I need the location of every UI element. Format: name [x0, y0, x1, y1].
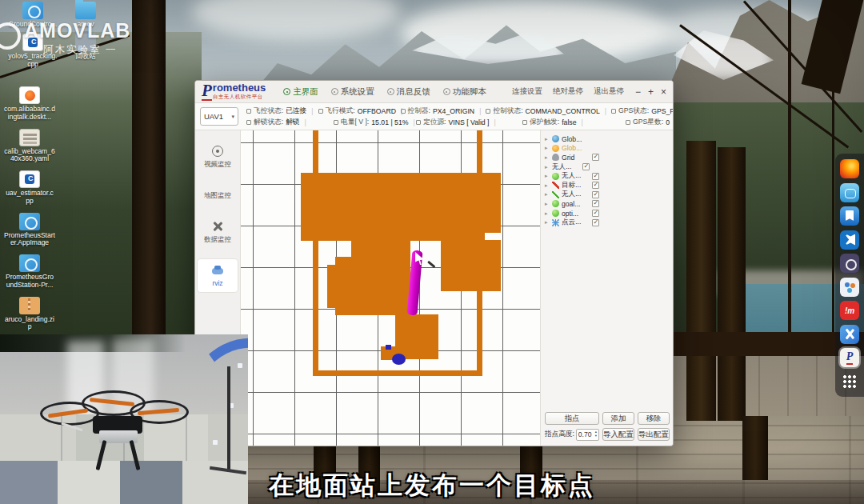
point-button[interactable]: 指点 — [545, 412, 599, 425]
spinner-arrows-icon[interactable]: ▴▾ — [595, 430, 597, 438]
sidebar-item[interactable]: 数据监控 — [198, 215, 238, 250]
maximize-button[interactable]: + — [648, 87, 654, 97]
point-height-spinner[interactable]: 0.70 ▴▾ — [576, 429, 599, 441]
display-checkbox[interactable] — [592, 219, 599, 226]
panel-actions: 指点 添加 移除 指点高度: 0.70 ▴▾ 导入配置 导出配置 — [545, 412, 670, 441]
sidebar-item-icon — [211, 220, 224, 233]
status-field: GPS星数: 0 — [626, 118, 670, 127]
sidebar-item[interactable]: 地图监控 — [198, 184, 238, 206]
sidebar-item-icon — [211, 145, 224, 158]
menu-item[interactable]: 功能脚本 — [443, 86, 486, 98]
display-checkbox[interactable] — [592, 173, 599, 180]
uav-select[interactable]: UAV1 ▾ — [200, 107, 238, 126]
display-checkbox[interactable] — [592, 191, 599, 198]
obstacle-block — [301, 173, 501, 241]
display-row[interactable]: 无人... — [545, 171, 669, 181]
display-row[interactable]: 点云... — [545, 218, 669, 227]
status-label: 定位源: — [423, 118, 446, 127]
landing-leg — [95, 440, 106, 470]
status-field: 解锁状态: 解锁 — [246, 118, 334, 127]
desktop-icon-label: PrometheusStarter.AppImage — [4, 232, 55, 248]
import-config-button[interactable]: 导入配置 — [602, 428, 634, 441]
sidebar-item[interactable]: rviz — [198, 259, 238, 292]
status-label: 电量[ V ]: — [341, 118, 369, 127]
status-icon — [522, 120, 527, 125]
display-checkbox[interactable] — [592, 210, 599, 217]
dock-icon[interactable] — [840, 325, 859, 344]
point-height-field: 指点高度: 0.70 ▴▾ — [545, 428, 599, 441]
display-row[interactable]: Grid — [545, 153, 669, 162]
menu-item-icon — [443, 88, 450, 95]
display-row[interactable]: 目标... — [545, 181, 669, 190]
status-field: 飞控状态: 已连接 — [246, 106, 318, 116]
obstacle-block — [441, 241, 501, 291]
prometheus-window: P rometheus 自主无人机软件平台 主界面 系统设置 消息反馈 功 — [194, 80, 674, 446]
dock-icon[interactable]: P — [840, 348, 859, 367]
desktop-icon[interactable]: uav_estimator.cpp — [3, 170, 56, 206]
desktop-icon[interactable]: com.alibabainc.dingtalk.deskt... — [3, 86, 56, 122]
point-height-value: 0.70 — [578, 430, 592, 438]
menu-item[interactable]: 消息反馈 — [387, 86, 430, 98]
dock-icon-glyph: P — [846, 350, 854, 365]
export-config-button[interactable]: 导出配置 — [638, 428, 670, 441]
dock-icon-glyph: !m — [845, 306, 854, 315]
dock-icon[interactable] — [840, 278, 859, 297]
logo-p-glyph: P — [202, 82, 212, 101]
menu-item[interactable]: 系统设置 — [331, 86, 374, 98]
desktop-icon-label: aruco_landing.zip — [4, 316, 55, 332]
dock-icon[interactable] — [840, 254, 859, 273]
dock-icon[interactable]: !m — [840, 301, 859, 320]
status-field: GPS状态: GPS_FIX_TYPE_NO_GPS — [611, 106, 674, 116]
dock-icon[interactable] — [840, 230, 859, 250]
add-button[interactable]: 添加 — [602, 412, 634, 425]
menu-item[interactable]: 主界面 — [283, 86, 318, 98]
status-value: 0 — [666, 118, 670, 126]
minimize-button[interactable]: − — [635, 87, 641, 97]
display-label: Grid — [562, 154, 590, 162]
display-row[interactable]: 无人... — [545, 190, 669, 200]
display-checkbox[interactable] — [582, 163, 590, 170]
desktop-icon[interactable]: aruco_landing.zip — [3, 297, 56, 332]
desktop-icon[interactable]: PrometheusGroundStation-Pr... — [3, 254, 56, 290]
menu-item-label: 功能脚本 — [453, 86, 486, 98]
close-button[interactable]: × — [661, 87, 666, 97]
status-icon — [318, 109, 323, 114]
rviz-map-view[interactable] — [241, 130, 540, 446]
display-row[interactable]: opti... — [545, 209, 669, 218]
display-row[interactable]: 无人... — [545, 162, 669, 172]
menu-item-label: 消息反馈 — [397, 86, 430, 98]
status-icon — [626, 120, 630, 125]
file-icon — [19, 170, 40, 188]
display-row[interactable]: Glob... — [545, 134, 669, 144]
remove-button[interactable]: 移除 — [638, 412, 670, 425]
titlebar-action[interactable]: 连接设置 — [512, 86, 542, 97]
main-menu: 主界面 系统设置 消息反馈 功能脚本 — [283, 86, 486, 98]
display-label: 目标... — [562, 181, 590, 190]
titlebar-action-label: 退出悬停 — [594, 86, 624, 97]
dock-icon[interactable] — [840, 183, 859, 202]
dock: !m P — [835, 154, 864, 397]
display-checkbox[interactable] — [592, 182, 599, 189]
titlebar-action[interactable]: 退出悬停 — [594, 86, 624, 97]
display-row[interactable]: Glob... — [545, 144, 669, 154]
sidebar-item[interactable]: 视频监控 — [198, 140, 238, 174]
dock-icon[interactable] — [840, 372, 859, 391]
status-label: 保护触发: — [530, 118, 559, 127]
display-checkbox[interactable] — [592, 200, 599, 207]
desktop-icon[interactable]: PrometheusStarter.AppImage — [3, 213, 56, 248]
display-checkbox[interactable] — [592, 154, 599, 161]
titlebar: P rometheus 自主无人机软件平台 主界面 系统设置 消息反馈 功 — [195, 81, 673, 103]
display-row[interactable]: goal... — [545, 199, 669, 209]
status-label: 控制状态: — [493, 106, 522, 116]
uav-select-value: UAV1 — [204, 112, 223, 121]
desktop-icon[interactable]: calib_webcam_640x360.yaml — [3, 129, 56, 164]
window-buttons: − + × — [635, 87, 666, 97]
titlebar-action[interactable]: 绝对悬停 — [553, 86, 583, 97]
app-logo: P rometheus 自主无人机软件平台 — [202, 82, 266, 101]
map-boundary-left — [313, 130, 318, 375]
dock-icon[interactable] — [840, 159, 859, 178]
status-icon — [416, 120, 421, 125]
display-icon — [552, 145, 559, 152]
obstacle-block — [335, 257, 410, 315]
dock-icon[interactable] — [840, 206, 859, 226]
